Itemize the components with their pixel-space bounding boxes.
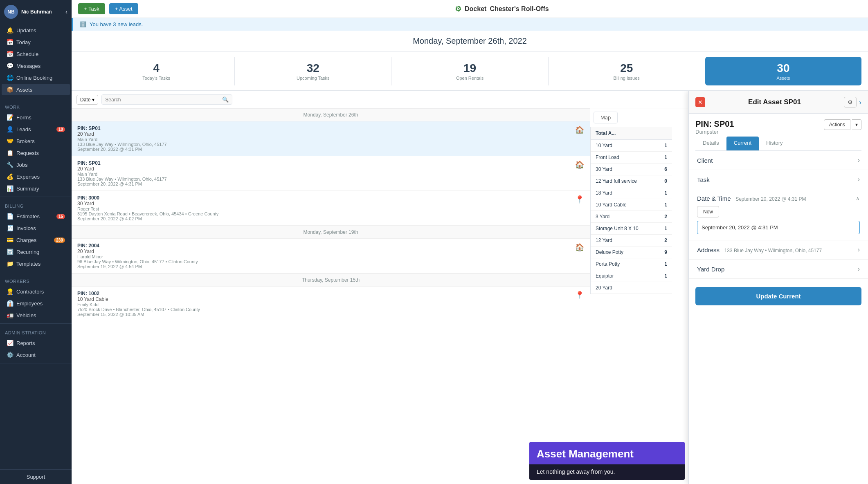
sidebar-item-charges[interactable]: 💳 Charges230 [2, 234, 70, 246]
count-item[interactable]: Equiptor 1 [591, 270, 672, 282]
now-button[interactable]: Now [697, 206, 719, 217]
asset-address: 133 Blue Jay Way • Wilmington, Ohio, 451… [77, 142, 575, 147]
count-item[interactable]: 3 Yard 2 [591, 211, 672, 223]
search-input[interactable] [105, 97, 222, 103]
count-item-value: 2 [664, 238, 667, 243]
map-pin-icon: 📍 [575, 195, 584, 204]
asset-list-item[interactable]: PIN: SP01 20 Yard Main Yard 133 Blue Jay… [72, 156, 590, 191]
sidebar-item-label: Online Booking [16, 75, 52, 81]
sidebar-item-jobs[interactable]: 🔧 Jobs [2, 159, 70, 170]
count-item[interactable]: 12 Yard full service 0 [591, 175, 672, 187]
reports-icon: 📈 [7, 340, 13, 346]
stat-upcoming-tasks[interactable]: 32 Upcoming Tasks [235, 57, 391, 85]
stat-number: 32 [238, 62, 388, 75]
sidebar-item-brokers[interactable]: 🤝 Brokers [2, 135, 70, 147]
sidebar-item-schedule[interactable]: 📆 Schedule [2, 48, 70, 60]
client-section[interactable]: Client › [689, 151, 868, 170]
sidebar-collapse-button[interactable]: ‹ [65, 8, 67, 16]
sidebar-section-billing: Billing [0, 199, 72, 210]
sidebar-item-contractors[interactable]: 👷 Contractors [2, 286, 70, 297]
sidebar-item-leads[interactable]: 👤 Leads10 [2, 123, 70, 135]
address-arrow-icon: › [858, 246, 860, 253]
sidebar-item-vehicles[interactable]: 🚛 Vehicles [2, 309, 70, 321]
chevron-up-icon: ∧ [856, 195, 860, 202]
asset-list-item[interactable]: PIN: 3000 30 Yard Roger Test 3195 Dayton… [72, 191, 590, 226]
sidebar-item-assets[interactable]: 📦 Assets [2, 84, 70, 95]
docket-label: Docket [465, 5, 486, 13]
count-item-value: 1 [664, 202, 667, 208]
sidebar-item-online-booking[interactable]: 🌐 Online Booking [2, 72, 70, 83]
count-item[interactable]: 20 Yard [591, 282, 672, 294]
stat-open-rentals[interactable]: 19 Open Rentals [391, 57, 548, 85]
topbar: + Task + Asset ⚙ Docket Chester's Roll-O… [72, 0, 868, 18]
map-pin-icon: 🏠 [575, 160, 584, 169]
sidebar-item-reports[interactable]: 📈 Reports [2, 337, 70, 349]
close-button[interactable]: ✕ [695, 97, 705, 107]
sidebar-item-forms[interactable]: 📝 Forms [2, 112, 70, 123]
overlay-title: Asset Management [529, 442, 685, 464]
sidebar-item-summary[interactable]: 📊 Summary [2, 183, 70, 194]
datetime-input[interactable] [697, 221, 860, 234]
count-item-value: 2 [664, 214, 667, 220]
sidebar-item-employees[interactable]: 👔 Employees [2, 298, 70, 309]
task-section[interactable]: Task › [689, 170, 868, 189]
count-item[interactable]: 10 Yard Cable 1 [591, 199, 672, 211]
stat-today's-tasks[interactable]: 4 Today's Tasks [78, 57, 235, 85]
asset-location: Main Yard [77, 137, 575, 142]
count-item[interactable]: Porta Potty 1 [591, 258, 672, 270]
actions-caret-button[interactable]: ▾ [852, 119, 861, 130]
sidebar-item-today[interactable]: 📅 Today [2, 36, 70, 48]
count-item[interactable]: 18 Yard 1 [591, 187, 672, 199]
sidebar-item-requests[interactable]: 📋 Requests [2, 147, 70, 159]
date-filter-label: Date [80, 97, 90, 103]
asset-list-item[interactable]: PIN: 1002 10 Yard Cable Emily Kidd 7520 … [72, 287, 590, 321]
asset-list-item[interactable]: PIN: SP01 20 Yard Main Yard 133 Blue Jay… [72, 121, 590, 156]
topbar-brand: ⚙ Docket Chester's Roll-Offs [455, 4, 549, 13]
sidebar-item-templates[interactable]: 📁 Templates [2, 258, 70, 269]
tab-details[interactable]: Details [695, 137, 726, 150]
sidebar-item-account[interactable]: ⚙️ Account [2, 349, 70, 361]
count-item-name: Equiptor [596, 273, 614, 279]
stat-billing-issues[interactable]: 25 Billing Issues [549, 57, 705, 85]
count-item[interactable]: Storage Unit 8 X 10 1 [591, 223, 672, 235]
tab-history[interactable]: History [759, 137, 790, 150]
sidebar-item-label: Requests [16, 150, 39, 156]
add-asset-button[interactable]: + Asset [109, 3, 138, 14]
count-item[interactable]: 10 Yard 1 [591, 140, 672, 152]
yard-drop-section[interactable]: Yard Drop › [689, 260, 868, 279]
asset-address: 133 Blue Jay Way • Wilmington, Ohio, 451… [77, 177, 575, 182]
support-button[interactable]: Support [0, 469, 72, 484]
gear-button[interactable]: ⚙ [844, 97, 857, 108]
date-time-toggle[interactable]: Date & Time September 20, 2022 @ 4:31 PM… [697, 195, 860, 202]
sidebar-item-recurring[interactable]: 🔄 Recurring [2, 246, 70, 258]
badge-estimates: 15 [56, 214, 65, 219]
count-item[interactable]: 30 Yard 6 [591, 164, 672, 175]
sidebar-item-label: Templates [16, 261, 40, 267]
sidebar-item-label: Assets [16, 87, 32, 93]
update-current-button[interactable]: Update Current [695, 287, 861, 305]
sidebar-item-invoices[interactable]: 🧾 Invoices [2, 222, 70, 234]
address-section[interactable]: Address 133 Blue Jay Way • Wilmington, O… [689, 240, 868, 260]
count-item[interactable]: Front Load 1 [591, 152, 672, 164]
tab-current[interactable]: Current [726, 137, 759, 150]
map-button[interactable]: Map [594, 112, 618, 123]
asset-address: 3195 Dayton Xenia Road • Beavercreek, Oh… [77, 211, 575, 216]
next-button[interactable]: › [859, 98, 861, 107]
asset-pin: PIN: 2004 [77, 243, 575, 249]
asset-location: Main Yard [77, 172, 575, 177]
expenses-icon: 💰 [7, 173, 13, 180]
sidebar-item-messages[interactable]: 💬 Messages [2, 60, 70, 72]
add-task-button[interactable]: + Task [78, 3, 105, 14]
asset-info: PIN: 3000 30 Yard Roger Test 3195 Dayton… [77, 195, 575, 221]
asset-type: 30 Yard [77, 201, 575, 206]
count-item[interactable]: Deluxe Potty 9 [591, 246, 672, 258]
sidebar-item-expenses[interactable]: 💰 Expenses [2, 171, 70, 182]
asset-list-item[interactable]: PIN: 2004 20 Yard Harold Minor 96 Blue J… [72, 239, 590, 273]
stat-assets[interactable]: 30 Assets [705, 57, 861, 85]
sidebar-item-updates[interactable]: 🔔 Updates [2, 25, 70, 36]
sidebar-item-label: Summary [16, 186, 39, 192]
sidebar-item-estimates[interactable]: 📄 Estimates15 [2, 211, 70, 222]
actions-button[interactable]: Actions [824, 119, 850, 130]
count-item[interactable]: 12 Yard 2 [591, 235, 672, 246]
date-filter[interactable]: Date ▾ [76, 95, 98, 105]
